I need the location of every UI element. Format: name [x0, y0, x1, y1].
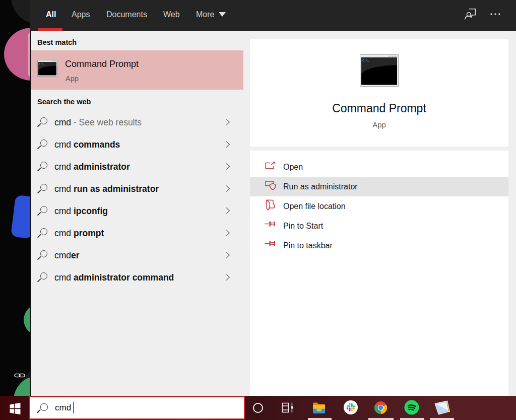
svg-text:C:\_: C:\_ [363, 59, 370, 62]
svg-text:C:\_: C:\_ [39, 62, 45, 65]
